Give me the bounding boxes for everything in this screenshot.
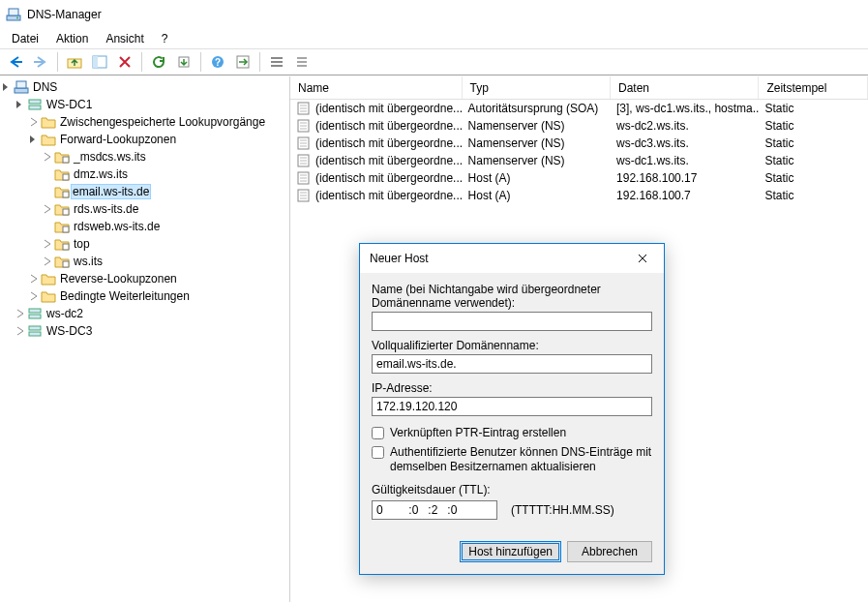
up-folder-icon[interactable]: [63, 51, 86, 73]
ptr-checkbox[interactable]: [372, 427, 384, 439]
list-view-icon[interactable]: [290, 51, 314, 73]
record-name: (identisch mit übergeordne...: [315, 119, 463, 133]
expander-icon[interactable]: [41, 202, 54, 216]
expander-icon[interactable]: [27, 115, 41, 129]
record-row[interactable]: (identisch mit übergeordne... Host (A) 1…: [290, 187, 868, 204]
menu-view[interactable]: Ansicht: [98, 30, 151, 47]
record-data: [3], ws-dc1.ws.its., hostma...: [611, 101, 759, 116]
record-name: (identisch mit übergeordne...: [315, 154, 463, 167]
auth-users-checkbox[interactable]: [372, 446, 384, 459]
dialog-titlebar[interactable]: Neuer Host: [360, 244, 664, 273]
record-name: (identisch mit übergeordne...: [315, 189, 463, 202]
tree-node-zone[interactable]: rdsweb.ws-its.de: [0, 218, 289, 235]
tree-node-forward[interactable]: Forward-Lookupzonen: [0, 131, 289, 148]
nav-back-icon[interactable]: [4, 51, 27, 73]
tree-label: rds.ws-its.de: [74, 202, 138, 216]
menu-help[interactable]: ?: [154, 30, 176, 47]
svg-rect-18: [63, 174, 69, 180]
tree-node-server[interactable]: WS-DC3: [0, 322, 289, 340]
tree-node-cached[interactable]: Zwischengespeicherte Lookupvorgänge: [0, 113, 289, 131]
export-list-icon[interactable]: [172, 51, 195, 73]
tree-node-dns-root[interactable]: DNS: [0, 78, 289, 96]
app-icon: [6, 7, 21, 22]
record-data: ws-dc1.ws.its.: [611, 153, 759, 168]
column-data[interactable]: Daten: [611, 76, 759, 99]
record-icon: [296, 101, 312, 116]
record-timestamp: Static: [759, 118, 868, 134]
folder-open-icon: [41, 132, 56, 147]
nav-forward-icon[interactable]: [29, 51, 52, 73]
expander-icon[interactable]: [41, 150, 54, 164]
tree-label: email.ws-its.de: [73, 185, 149, 198]
tree-node-zone[interactable]: dmz.ws.its: [0, 166, 289, 183]
tree-pane[interactable]: DNS WS-DC1 Zwischengespeicherte Lookupvo…: [0, 76, 290, 602]
column-type[interactable]: Typ: [463, 76, 611, 99]
expander-icon[interactable]: [27, 133, 41, 146]
add-host-button[interactable]: Host hinzufügen: [460, 541, 561, 562]
record-row[interactable]: (identisch mit übergeordne... Autoritäts…: [290, 100, 868, 117]
zone-icon: [54, 236, 70, 252]
expander-icon[interactable]: [0, 80, 14, 94]
expander-icon[interactable]: [27, 272, 41, 286]
tree-node-server[interactable]: WS-DC1: [0, 96, 289, 113]
close-icon[interactable]: [620, 245, 664, 273]
list-body: (identisch mit übergeordne... Autoritäts…: [290, 100, 868, 204]
record-type: Namenserver (NS): [463, 118, 611, 134]
tree-node-zone[interactable]: top: [0, 235, 289, 253]
zone-icon: [54, 201, 70, 217]
dialog-title: Neuer Host: [370, 252, 429, 265]
help-icon[interactable]: ?: [206, 51, 229, 73]
tree-node-zone[interactable]: rds.ws-its.de: [0, 200, 289, 218]
expander-icon[interactable]: [41, 255, 54, 268]
zone-icon: [54, 184, 70, 199]
menu-action[interactable]: Aktion: [48, 30, 96, 47]
tree-node-reverse[interactable]: Reverse-Lookupzonen: [0, 270, 289, 287]
action-create-icon[interactable]: [231, 51, 254, 73]
delete-icon[interactable]: [113, 51, 136, 73]
expander-placeholder: [41, 185, 54, 198]
server-icon: [27, 306, 43, 321]
svg-rect-19: [63, 192, 69, 197]
record-type: Host (A): [463, 188, 611, 203]
expander-icon[interactable]: [27, 289, 41, 303]
toolbar-separator: [141, 52, 142, 72]
svg-rect-13: [15, 88, 28, 93]
tree-node-zone[interactable]: email.ws-its.de: [0, 183, 289, 200]
svg-rect-5: [93, 56, 98, 68]
expander-icon[interactable]: [41, 237, 54, 251]
ip-input[interactable]: [372, 397, 652, 416]
record-row[interactable]: (identisch mit übergeordne... Namenserve…: [290, 152, 868, 169]
record-row[interactable]: (identisch mit übergeordne... Namenserve…: [290, 135, 868, 152]
svg-rect-23: [63, 261, 69, 267]
expander-icon[interactable]: [14, 324, 27, 338]
ttl-input[interactable]: [372, 500, 497, 520]
name-input[interactable]: [372, 312, 652, 331]
cancel-button[interactable]: Abbrechen: [567, 541, 652, 562]
record-type: Autoritätsursprung (SOA): [463, 101, 611, 116]
tree-node-conditional[interactable]: Bedingte Weiterleitungen: [0, 287, 289, 305]
refresh-icon[interactable]: [147, 51, 170, 73]
expander-icon[interactable]: [14, 98, 27, 111]
expander-icon[interactable]: [14, 307, 27, 320]
record-row[interactable]: (identisch mit übergeordne... Namenserve…: [290, 117, 868, 135]
tree-node-zone[interactable]: _msdcs.ws.its: [0, 148, 289, 166]
name-label: Name (bei Nichtangabe wird übergeordnete…: [372, 283, 652, 310]
record-timestamp: Static: [759, 135, 868, 151]
ptr-checkbox-label[interactable]: Verknüpften PTR-Eintrag erstellen: [390, 426, 652, 441]
tree-label: WS-DC3: [46, 324, 92, 338]
column-name[interactable]: Name: [290, 76, 463, 99]
tree-node-zone[interactable]: ws.its: [0, 253, 289, 270]
dialog-body: Name (bei Nichtangabe wird übergeordnete…: [360, 273, 664, 531]
column-timestamp[interactable]: Zeitstempel: [759, 76, 868, 99]
svg-rect-21: [63, 226, 69, 232]
tree-node-server[interactable]: ws-dc2: [0, 305, 289, 322]
folder-icon: [41, 288, 56, 304]
record-row[interactable]: (identisch mit übergeordne... Host (A) 1…: [290, 169, 868, 187]
auth-users-checkbox-label[interactable]: Authentifizierte Benutzer können DNS-Ein…: [390, 445, 652, 475]
show-hide-tree-icon[interactable]: [88, 51, 111, 73]
record-data: ws-dc2.ws.its.: [611, 118, 759, 134]
details-view-icon[interactable]: [265, 51, 288, 73]
svg-rect-27: [29, 332, 41, 336]
menu-file[interactable]: Datei: [4, 30, 46, 47]
svg-rect-12: [271, 65, 283, 67]
